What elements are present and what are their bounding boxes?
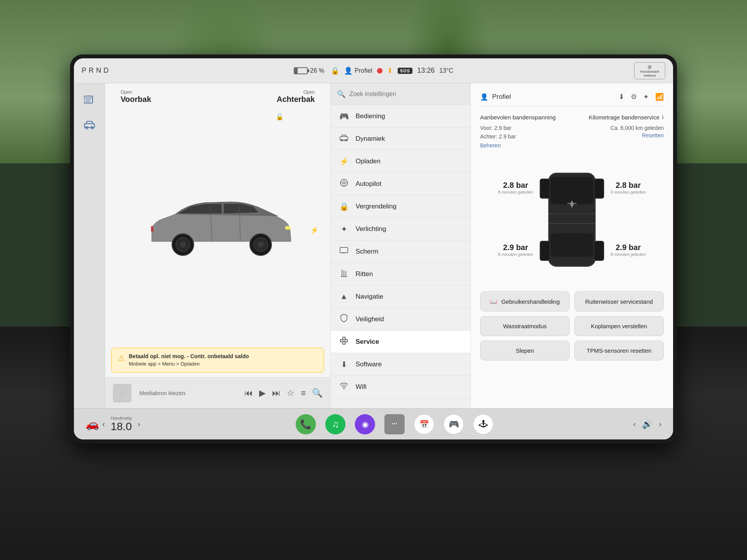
volume-control: 🔊 [642,419,652,429]
software-label: Software [356,360,463,368]
search-input[interactable] [349,91,464,98]
tire-fr-value: 2.8 bar [610,181,646,190]
sidebar-vehicle-icon[interactable] [81,116,98,133]
sidebar-media-icon[interactable] [81,91,98,108]
scherm-label: Scherm [356,248,463,256]
settings-item-wifi[interactable]: Wifi [331,376,470,398]
temp-mode-label: Handmatig [110,416,133,420]
svg-rect-43 [594,241,604,261]
settings-item-verlichting[interactable]: ✦ Verlichting [331,218,470,240]
media-source-label[interactable]: Mediabron kiezen [139,390,237,396]
profile-button[interactable]: 👤 Profiel [344,66,372,75]
sos-badge[interactable]: SOS [398,68,412,74]
settings-item-bediening[interactable]: 🎮 Bediening [331,105,470,128]
gebruikershandleiding-button[interactable]: 📖 Gebruikershandleiding [480,291,570,312]
svg-rect-36 [551,177,593,204]
opladen-icon: ⚡ [338,157,349,166]
joystick-icon: 🕹 [479,419,487,429]
tpms-button[interactable]: TPMS-sensoren resetten [574,341,664,360]
tire-fl-value: 2.8 bar [498,181,533,190]
settings-item-ritten[interactable]: Ritten [331,263,470,285]
panel-profile-label: Profiel [492,93,511,101]
outside-temp: 13°C [439,67,453,74]
taskbar: 🚗 ‹ Handmatig 18.0 › 📞 ♫ [74,408,673,439]
slepen-button[interactable]: Slepen [480,341,570,360]
taskbar-left: 🚗 ‹ Handmatig 18.0 › [86,416,140,433]
taskbar-prev-icon[interactable]: ‹ [633,420,636,429]
next-button[interactable]: ⏭ [272,388,281,398]
download-header-icon: ⬇ [619,93,624,101]
games-icon: 🎮 [449,419,459,429]
km-reset-link[interactable]: Resetten [589,132,664,138]
prev-button[interactable]: ⏮ [244,388,253,398]
verlichting-label: Verlichting [356,225,463,233]
media-controls: ⏮ ▶ ⏭ ☆ ≡ 🔍 [244,388,323,398]
phone-app-button[interactable]: 📞 [296,414,316,434]
settings-item-scherm[interactable]: Scherm [331,240,470,263]
time-display: 13:26 [417,66,435,75]
favorite-button[interactable]: ☆ [287,388,295,398]
temp-up-arrow[interactable]: › [138,420,140,429]
ruitenwisser-button[interactable]: Ruitenwisser servicestand [574,291,664,312]
warning-text: Betaald opl. niet mog. - Contr. onbetaal… [129,353,249,368]
navigatie-icon: ▲ [338,292,349,301]
settings-item-dynamiek[interactable]: Dynamiek [331,128,470,150]
bluetooth-header-icon: ✦ [643,93,649,101]
panel-profile-icon: 👤 [480,93,488,101]
settings-item-service[interactable]: Service [331,331,470,353]
main-screen: PRND 26 % 🔒 👤 Profiel [74,58,673,439]
settings-panel: 🔍 🎮 Bediening Dynamiek [331,83,471,408]
tire-rear-value: Achter: 2.9 bar [480,132,579,141]
tire-rr-sub: 8 minuten geleden [610,252,646,257]
settings-item-navigatie[interactable]: ▲ Navigatie [331,285,470,308]
settings-item-autopilot[interactable]: Autopilot [331,173,470,195]
temp-down-arrow[interactable]: ‹ [102,420,105,429]
battery-percent: 26 % [310,67,324,74]
equalizer-button[interactable]: ≡ [301,388,306,398]
tire-rl-value: 2.9 bar [498,243,533,252]
games-app-button[interactable]: 🎮 [444,414,464,434]
settings-item-software[interactable]: ⬇ Software [331,353,470,376]
software-icon: ⬇ [338,360,349,369]
achterbak-label: Open Achterbak [277,89,315,104]
battery-icon [294,67,308,74]
spotify-app-button[interactable]: ♫ [325,414,345,434]
passenger-airbag-indicator: ⊗ PASSENGER AIRBAG [634,62,665,79]
tire-front-value: Voor: 2.9 bar [480,124,579,132]
ritten-label: Ritten [356,270,463,278]
koplampen-button[interactable]: Koplampen verstellen [574,316,664,336]
taskbar-right: ‹ 🔊 › [633,419,661,429]
svg-point-15 [285,226,291,230]
status-bar: PRND 26 % 🔒 👤 Profiel [74,58,673,83]
veiligheid-label: Veiligheid [356,315,463,323]
search-media-button[interactable]: 🔍 [312,388,323,398]
bediening-icon: 🎮 [338,112,349,121]
autopilot-label: Autopilot [356,180,463,188]
taskbar-next-icon[interactable]: › [659,420,661,429]
tire-manage-link[interactable]: Beheren [480,141,579,150]
play-button[interactable]: ▶ [259,388,266,398]
purple-app-button[interactable]: ◉ [355,414,375,434]
car-image-container: 🔓 ⚡ [105,104,330,348]
temp-value-display: 18.0 [110,420,133,433]
more-button[interactable]: ··· [384,414,405,434]
status-center: 26 % 🔒 👤 Profiel ⬇ SOS [294,66,453,75]
car-panel: Open Voorbak Open Achterbak 🔓 ⚡ [105,83,331,408]
ritten-icon [338,269,349,279]
joystick-app-button[interactable]: 🕹 [473,414,493,434]
veiligheid-icon [338,314,349,324]
settings-item-vergrendeling[interactable]: 🔒 Vergrendeling [331,195,470,218]
volume-icon: 🔊 [642,419,652,429]
settings-item-veiligheid[interactable]: Veiligheid [331,308,470,331]
wasstraat-button[interactable]: Wasstraatmodus [480,316,570,336]
tire-fr-sub: 8 minuten geleden [610,190,646,194]
car-topview-svg [537,158,607,282]
taskbar-car-icon[interactable]: 🚗 [86,418,99,430]
dynamiek-icon [338,134,349,143]
temperature-control: ‹ Handmatig 18.0 › [102,416,140,433]
calendar-app-button[interactable]: 📅 [414,414,434,434]
settings-item-opladen[interactable]: ⚡ Opladen [331,150,470,173]
service-buttons: 📖 Gebruikershandleiding Ruitenwisser ser… [480,291,664,360]
tire-pressure-detail: Voor: 2.9 bar Achter: 2.9 bar Beheren [480,124,579,150]
tire-section: Aanbevolen bandenspanning Voor: 2.9 bar … [480,114,664,150]
